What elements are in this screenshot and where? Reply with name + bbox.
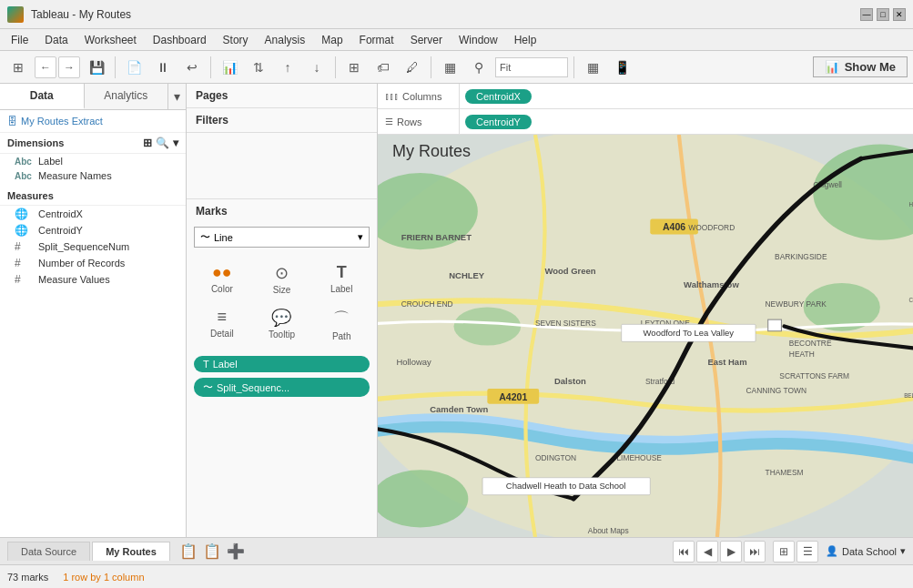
marks-pill-split[interactable]: 〜 Split_Sequenc...: [194, 378, 370, 397]
menu-server[interactable]: Server: [403, 32, 450, 48]
field-split-seq[interactable]: # Split_SequenceNum: [0, 238, 186, 255]
marks-type-dropdown[interactable]: 〜 Line ▾: [194, 227, 370, 248]
nav-back-button[interactable]: ←: [35, 56, 56, 78]
menu-data[interactable]: Data: [37, 32, 75, 48]
marks-color-card[interactable]: ●● Color: [194, 259, 250, 299]
dimensions-grid-icon[interactable]: ⊞: [143, 137, 152, 149]
save-button[interactable]: 💾: [84, 55, 109, 80]
pill-label-icon: T: [203, 359, 209, 370]
field-label[interactable]: Abc Label: [0, 154, 186, 168]
nav-forward-button[interactable]: →: [58, 56, 80, 78]
marks-detail-icon: ≡: [218, 308, 228, 327]
data-source-item[interactable]: 🗄 My Routes Extract: [0, 110, 186, 133]
swap-button[interactable]: ⇅: [246, 55, 271, 80]
measure-values-type-icon: #: [15, 273, 33, 286]
centroidy-type-icon: 🌐: [15, 224, 33, 237]
svg-text:ODINGTON: ODINGTON: [535, 453, 576, 462]
list-view-btn[interactable]: ☰: [796, 541, 818, 563]
columns-label: ⫿⫿⫿ Columns: [378, 84, 460, 108]
svg-text:HEATH: HEATH: [789, 350, 815, 359]
svg-text:BARKINGSIDE: BARKINGSIDE: [775, 252, 827, 261]
sort-desc-button[interactable]: ↓: [304, 55, 330, 80]
presentation-button[interactable]: ▦: [580, 55, 605, 80]
marks-label-label: Label: [330, 284, 352, 294]
bar-chart-button[interactable]: 📊: [217, 55, 242, 80]
num-records-type-icon: #: [15, 257, 33, 269]
menu-help[interactable]: Help: [507, 32, 544, 48]
left-panel: Data Analytics ▾ 🗄 My Routes Extract Dim…: [0, 84, 187, 537]
menu-story[interactable]: Story: [216, 32, 256, 48]
tab-data-source[interactable]: Data Source: [7, 542, 90, 561]
new-datasource-button[interactable]: 📄: [121, 55, 147, 80]
marks-detail-card[interactable]: ≡ Detail: [194, 303, 250, 346]
field-centroidx[interactable]: 🌐 CentroidX: [0, 206, 186, 222]
field-centroidy[interactable]: 🌐 CentroidY: [0, 222, 186, 238]
pause-button[interactable]: ⏸: [150, 55, 176, 80]
marks-label: Marks: [187, 199, 377, 223]
undo-button[interactable]: ↩: [179, 55, 205, 80]
dimensions-search-icon[interactable]: 🔍: [156, 137, 169, 149]
fix-button[interactable]: ⚲: [466, 55, 492, 80]
field-measure-values[interactable]: # Measure Values: [0, 271, 186, 288]
menu-format[interactable]: Format: [352, 32, 401, 48]
close-button[interactable]: ✕: [893, 8, 906, 21]
format-button[interactable]: 🖊: [400, 55, 425, 80]
pagination: ⏮ ◀ ▶ ⏭: [673, 541, 766, 563]
svg-text:About Maps: About Maps: [588, 526, 629, 535]
menu-window[interactable]: Window: [451, 32, 505, 48]
menu-analysis[interactable]: Analysis: [258, 32, 313, 48]
columns-pill[interactable]: CentroidX: [465, 89, 532, 104]
svg-text:LIMEHOUSE: LIMEHOUSE: [616, 453, 662, 462]
pill-split-icon: 〜: [203, 380, 213, 394]
marks-pill-label[interactable]: T Label: [194, 356, 370, 372]
show-me-label: Show Me: [845, 60, 896, 74]
page-next-btn[interactable]: ▶: [720, 541, 742, 563]
marks-color-label: Color: [211, 284, 233, 294]
marks-size-card[interactable]: ⊙ Size: [254, 259, 310, 299]
svg-text:NCHLEY: NCHLEY: [449, 270, 485, 280]
centroidx-type-icon: 🌐: [15, 208, 33, 220]
page-last-btn[interactable]: ⏭: [744, 541, 766, 563]
field-measure-names[interactable]: Abc Measure Names: [0, 168, 186, 183]
add-sheet-icon[interactable]: ➕: [227, 542, 245, 560]
rows-pill[interactable]: CentroidY: [465, 115, 532, 129]
group-button[interactable]: ⊞: [341, 55, 367, 80]
new-sheet-icon[interactable]: 📋: [179, 542, 198, 560]
maximize-button[interactable]: □: [877, 8, 889, 21]
marks-path-card[interactable]: ⌒ Path: [313, 303, 370, 346]
menu-file[interactable]: File: [4, 32, 36, 48]
tab-data[interactable]: Data: [0, 84, 85, 109]
user-dropdown-arrow[interactable]: ▾: [900, 545, 906, 557]
panel-tab-arrow[interactable]: ▾: [168, 84, 186, 109]
sort-asc-button[interactable]: ↑: [275, 55, 300, 80]
menu-worksheet[interactable]: Worksheet: [77, 32, 144, 48]
marks-tooltip-card[interactable]: 💬 Tooltip: [254, 303, 310, 346]
marks-label-card[interactable]: T Label: [313, 259, 370, 299]
minimize-button[interactable]: —: [860, 8, 873, 21]
map-svg: A406 A4201 FRIERN BARNET NCHLEY Wood Gre…: [378, 135, 913, 537]
zoom-dropdown[interactable]: Fit: [495, 57, 568, 77]
toolbar-home[interactable]: ⊞: [5, 55, 31, 80]
viz-area[interactable]: My Routes: [378, 135, 913, 537]
show-me-button[interactable]: 📊 Show Me: [813, 56, 908, 77]
toolbar-sep-2: [210, 56, 211, 78]
duplicate-sheet-icon[interactable]: 📋: [203, 542, 221, 560]
device-button[interactable]: 📱: [609, 55, 634, 80]
pages-label: Pages: [187, 84, 377, 108]
text-table-button[interactable]: ▦: [437, 55, 462, 80]
grid-view-btn[interactable]: ⊞: [773, 541, 795, 563]
dimensions-arrow-icon[interactable]: ▾: [173, 137, 178, 149]
tab-my-routes[interactable]: My Routes: [92, 542, 170, 561]
field-measure-values-text: Measure Values: [38, 274, 110, 285]
tab-analytics[interactable]: Analytics: [85, 84, 169, 109]
user-icon: 👤: [826, 545, 838, 557]
menu-dashboard[interactable]: Dashboard: [146, 32, 214, 48]
dimensions-label: Dimensions: [7, 137, 64, 148]
page-first-btn[interactable]: ⏮: [673, 541, 695, 563]
field-num-records[interactable]: # Number of Records: [0, 255, 186, 271]
menu-map[interactable]: Map: [314, 32, 350, 48]
svg-rect-42: [768, 319, 782, 331]
page-prev-btn[interactable]: ◀: [696, 541, 718, 563]
label-button[interactable]: 🏷: [370, 55, 396, 80]
app-logo: [7, 6, 24, 23]
